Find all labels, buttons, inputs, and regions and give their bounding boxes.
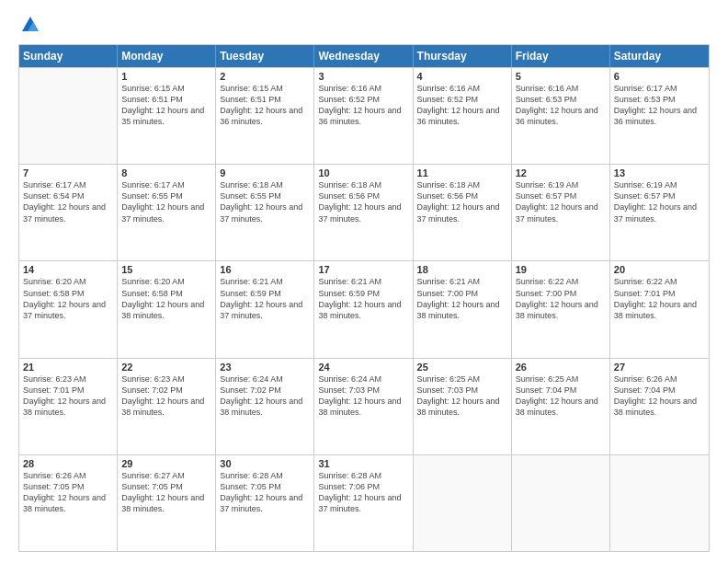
day-number: 31 bbox=[318, 458, 408, 469]
day-info: Sunrise: 6:24 AMSunset: 7:02 PMDaylight:… bbox=[220, 373, 310, 419]
calendar-cell: 3Sunrise: 6:16 AMSunset: 6:52 PMDaylight… bbox=[314, 68, 413, 164]
day-number: 24 bbox=[318, 362, 408, 373]
day-number: 3 bbox=[318, 71, 408, 82]
day-info: Sunrise: 6:19 AMSunset: 6:57 PMDaylight:… bbox=[614, 179, 705, 224]
weekday-header: Friday bbox=[512, 45, 610, 67]
day-number: 25 bbox=[417, 362, 507, 373]
day-number: 7 bbox=[23, 167, 113, 178]
calendar-cell: 15Sunrise: 6:20 AMSunset: 6:58 PMDayligh… bbox=[118, 261, 216, 357]
day-info: Sunrise: 6:15 AMSunset: 6:51 PMDaylight:… bbox=[121, 83, 211, 128]
calendar-cell: 26Sunrise: 6:25 AMSunset: 7:04 PMDayligh… bbox=[512, 359, 610, 454]
logo-icon bbox=[20, 15, 40, 35]
day-info: Sunrise: 6:16 AMSunset: 6:52 PMDaylight:… bbox=[417, 83, 507, 128]
day-info: Sunrise: 6:18 AMSunset: 6:56 PMDaylight:… bbox=[318, 179, 408, 224]
day-number: 22 bbox=[121, 362, 211, 373]
day-info: Sunrise: 6:15 AMSunset: 6:51 PMDaylight:… bbox=[220, 83, 310, 128]
day-info: Sunrise: 6:20 AMSunset: 6:58 PMDaylight:… bbox=[23, 276, 113, 321]
day-number: 23 bbox=[220, 362, 310, 373]
day-number: 12 bbox=[516, 167, 606, 178]
weekday-header: Thursday bbox=[414, 45, 512, 67]
calendar-cell: 9Sunrise: 6:18 AMSunset: 6:55 PMDaylight… bbox=[216, 165, 314, 260]
day-number: 8 bbox=[121, 167, 211, 178]
day-number: 9 bbox=[220, 167, 310, 178]
day-number: 16 bbox=[220, 264, 310, 275]
weekday-header: Sunday bbox=[19, 45, 118, 67]
day-number: 11 bbox=[417, 167, 507, 178]
calendar-cell bbox=[512, 455, 610, 551]
calendar-cell: 7Sunrise: 6:17 AMSunset: 6:54 PMDaylight… bbox=[19, 165, 118, 260]
day-info: Sunrise: 6:21 AMSunset: 6:59 PMDaylight:… bbox=[318, 276, 408, 321]
day-info: Sunrise: 6:17 AMSunset: 6:54 PMDaylight:… bbox=[23, 179, 113, 224]
day-number: 26 bbox=[516, 362, 606, 373]
calendar-cell: 23Sunrise: 6:24 AMSunset: 7:02 PMDayligh… bbox=[216, 359, 314, 454]
day-info: Sunrise: 6:26 AMSunset: 7:05 PMDaylight:… bbox=[23, 470, 113, 515]
day-number: 28 bbox=[23, 458, 113, 469]
calendar-row: 21Sunrise: 6:23 AMSunset: 7:01 PMDayligh… bbox=[19, 358, 709, 454]
day-info: Sunrise: 6:24 AMSunset: 7:03 PMDaylight:… bbox=[318, 373, 408, 419]
weekday-header: Wednesday bbox=[314, 45, 413, 67]
calendar-cell: 27Sunrise: 6:26 AMSunset: 7:04 PMDayligh… bbox=[610, 359, 709, 454]
day-number: 19 bbox=[516, 264, 606, 275]
weekday-header: Saturday bbox=[610, 45, 709, 67]
calendar-cell: 5Sunrise: 6:16 AMSunset: 6:53 PMDaylight… bbox=[512, 68, 610, 164]
calendar-cell: 1Sunrise: 6:15 AMSunset: 6:51 PMDaylight… bbox=[118, 68, 216, 164]
day-info: Sunrise: 6:19 AMSunset: 6:57 PMDaylight:… bbox=[516, 179, 606, 224]
calendar-body: 1Sunrise: 6:15 AMSunset: 6:51 PMDaylight… bbox=[19, 67, 709, 551]
calendar-cell: 29Sunrise: 6:27 AMSunset: 7:05 PMDayligh… bbox=[118, 455, 216, 551]
day-number: 10 bbox=[318, 167, 408, 178]
calendar-cell: 12Sunrise: 6:19 AMSunset: 6:57 PMDayligh… bbox=[512, 165, 610, 260]
day-info: Sunrise: 6:18 AMSunset: 6:56 PMDaylight:… bbox=[417, 179, 507, 224]
calendar-row: 28Sunrise: 6:26 AMSunset: 7:05 PMDayligh… bbox=[19, 454, 709, 551]
day-info: Sunrise: 6:25 AMSunset: 7:04 PMDaylight:… bbox=[516, 373, 606, 419]
calendar-cell: 17Sunrise: 6:21 AMSunset: 6:59 PMDayligh… bbox=[314, 261, 413, 357]
day-info: Sunrise: 6:16 AMSunset: 6:52 PMDaylight:… bbox=[318, 83, 408, 128]
day-info: Sunrise: 6:22 AMSunset: 7:01 PMDaylight:… bbox=[614, 276, 705, 321]
day-number: 6 bbox=[614, 71, 705, 82]
calendar-cell: 30Sunrise: 6:28 AMSunset: 7:05 PMDayligh… bbox=[216, 455, 314, 551]
day-info: Sunrise: 6:23 AMSunset: 7:01 PMDaylight:… bbox=[23, 373, 113, 419]
day-info: Sunrise: 6:22 AMSunset: 7:00 PMDaylight:… bbox=[516, 276, 606, 321]
day-number: 15 bbox=[121, 264, 211, 275]
calendar-cell: 14Sunrise: 6:20 AMSunset: 6:58 PMDayligh… bbox=[19, 261, 118, 357]
calendar-cell: 21Sunrise: 6:23 AMSunset: 7:01 PMDayligh… bbox=[19, 359, 118, 454]
calendar: SundayMondayTuesdayWednesdayThursdayFrid… bbox=[18, 44, 710, 552]
day-number: 14 bbox=[23, 264, 113, 275]
day-number: 18 bbox=[417, 264, 507, 275]
day-number: 4 bbox=[417, 71, 507, 82]
calendar-cell: 11Sunrise: 6:18 AMSunset: 6:56 PMDayligh… bbox=[414, 165, 512, 260]
calendar-cell: 6Sunrise: 6:17 AMSunset: 6:53 PMDaylight… bbox=[610, 68, 709, 164]
day-number: 13 bbox=[614, 167, 705, 178]
calendar-cell bbox=[414, 455, 512, 551]
calendar-header: SundayMondayTuesdayWednesdayThursdayFrid… bbox=[19, 45, 709, 67]
day-info: Sunrise: 6:16 AMSunset: 6:53 PMDaylight:… bbox=[516, 83, 606, 128]
calendar-cell: 20Sunrise: 6:22 AMSunset: 7:01 PMDayligh… bbox=[610, 261, 709, 357]
calendar-cell bbox=[19, 68, 118, 164]
day-info: Sunrise: 6:21 AMSunset: 7:00 PMDaylight:… bbox=[417, 276, 507, 321]
day-info: Sunrise: 6:18 AMSunset: 6:55 PMDaylight:… bbox=[220, 179, 310, 224]
calendar-cell: 24Sunrise: 6:24 AMSunset: 7:03 PMDayligh… bbox=[314, 359, 413, 454]
day-number: 1 bbox=[121, 71, 211, 82]
day-number: 2 bbox=[220, 71, 310, 82]
day-info: Sunrise: 6:28 AMSunset: 7:06 PMDaylight:… bbox=[318, 470, 408, 515]
calendar-row: 14Sunrise: 6:20 AMSunset: 6:58 PMDayligh… bbox=[19, 260, 709, 357]
calendar-cell: 13Sunrise: 6:19 AMSunset: 6:57 PMDayligh… bbox=[610, 165, 709, 260]
calendar-row: 7Sunrise: 6:17 AMSunset: 6:54 PMDaylight… bbox=[19, 164, 709, 260]
calendar-cell: 2Sunrise: 6:15 AMSunset: 6:51 PMDaylight… bbox=[216, 68, 314, 164]
calendar-cell: 8Sunrise: 6:17 AMSunset: 6:55 PMDaylight… bbox=[118, 165, 216, 260]
calendar-cell: 18Sunrise: 6:21 AMSunset: 7:00 PMDayligh… bbox=[414, 261, 512, 357]
calendar-cell bbox=[610, 455, 709, 551]
day-number: 29 bbox=[121, 458, 211, 469]
day-info: Sunrise: 6:26 AMSunset: 7:04 PMDaylight:… bbox=[614, 373, 705, 419]
calendar-cell: 28Sunrise: 6:26 AMSunset: 7:05 PMDayligh… bbox=[19, 455, 118, 551]
day-info: Sunrise: 6:23 AMSunset: 7:02 PMDaylight:… bbox=[121, 373, 211, 419]
day-number: 5 bbox=[516, 71, 606, 82]
page-header bbox=[18, 15, 710, 35]
day-info: Sunrise: 6:28 AMSunset: 7:05 PMDaylight:… bbox=[220, 470, 310, 515]
calendar-cell: 31Sunrise: 6:28 AMSunset: 7:06 PMDayligh… bbox=[314, 455, 413, 551]
day-info: Sunrise: 6:21 AMSunset: 6:59 PMDaylight:… bbox=[220, 276, 310, 321]
calendar-cell: 4Sunrise: 6:16 AMSunset: 6:52 PMDaylight… bbox=[414, 68, 512, 164]
day-info: Sunrise: 6:27 AMSunset: 7:05 PMDaylight:… bbox=[121, 470, 211, 515]
day-info: Sunrise: 6:20 AMSunset: 6:58 PMDaylight:… bbox=[121, 276, 211, 321]
day-number: 30 bbox=[220, 458, 310, 469]
calendar-cell: 10Sunrise: 6:18 AMSunset: 6:56 PMDayligh… bbox=[314, 165, 413, 260]
